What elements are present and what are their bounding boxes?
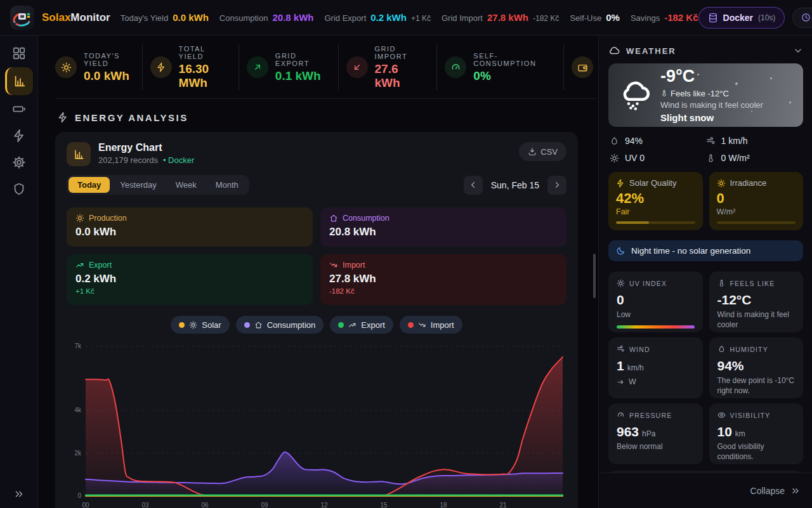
chevron-left-icon <box>468 180 478 190</box>
irradiance-card: Irradiance 0 W/m² <box>709 172 804 230</box>
chart-card-title: Energy Chart <box>98 142 194 153</box>
divider <box>55 98 596 99</box>
app-logo <box>10 6 34 30</box>
summary-card-total-yield: TOTAL YIELD16.30 MWh <box>150 45 235 90</box>
night-time-banner: Night time - no solar generation <box>608 240 803 261</box>
solar-quality-bar <box>616 221 695 224</box>
csv-export-button[interactable]: CSV <box>519 142 566 161</box>
trend-up-icon <box>75 261 84 270</box>
legend-solar[interactable]: Solar <box>171 316 229 334</box>
humidity-card: HUMIDITY 94% The dew point is -10°C righ… <box>709 337 804 398</box>
arrow-down-left-icon <box>346 56 368 78</box>
quick-uv: UV 0 <box>610 153 706 163</box>
eye-icon <box>717 411 726 419</box>
chevron-down-icon[interactable] <box>793 46 803 56</box>
energy-chart-card: Energy Chart 202,179 records • Docker CS… <box>55 132 578 508</box>
svg-text:4k: 4k <box>74 407 82 414</box>
pressure-card: PRESSURE 963hPa Below normal <box>608 403 703 464</box>
thermometer-icon <box>706 153 716 163</box>
droplet-icon <box>717 345 726 353</box>
tile-production: Production 0.0 kWh <box>67 207 313 247</box>
tab-yesterday[interactable]: Yesterday <box>111 177 165 193</box>
period-tabs: Today Yesterday Week Month <box>67 175 249 195</box>
arrow-up-right-icon <box>247 56 268 78</box>
collapse-panel-button[interactable]: Collapse <box>599 472 812 508</box>
sidebar-item-automation[interactable] <box>6 123 32 148</box>
home-icon <box>329 214 338 223</box>
svg-text:7k: 7k <box>74 342 82 349</box>
weather-condition: Slight snow <box>660 112 763 123</box>
chart-icon <box>67 142 91 166</box>
quick-irradiance: 0 W/m² <box>706 153 802 163</box>
vertical-scrollbar-thumb[interactable] <box>593 254 596 298</box>
summary-card-grid-import: GRID IMPORT27.6 kWh <box>346 45 433 90</box>
tab-week[interactable]: Week <box>167 177 206 193</box>
section-title-energy-analysis: ENERGY ANALYSIS <box>57 112 598 123</box>
svg-text:2k: 2k <box>74 450 82 457</box>
svg-text:00: 00 <box>82 502 89 508</box>
chevrons-right-icon <box>790 486 801 496</box>
thermometer-icon <box>717 279 726 287</box>
droplet-icon <box>610 136 619 146</box>
bolt-icon <box>150 56 172 78</box>
trend-up-icon <box>348 321 357 329</box>
svg-text:15: 15 <box>380 502 388 508</box>
next-day-button[interactable] <box>547 176 566 195</box>
tile-consumption: Consumption 20.8 kWh <box>320 207 566 247</box>
quick-wind: 1 km/h <box>706 136 802 146</box>
tab-month[interactable]: Month <box>207 177 247 193</box>
bolt-icon <box>616 179 625 188</box>
cloud-snow-icon <box>617 78 652 112</box>
wind-note: Wind is making it feel cooler <box>660 100 763 110</box>
home-icon <box>254 321 263 329</box>
export-dot <box>338 322 344 328</box>
uv-index-card: UV INDEX 0 Low <box>608 271 703 332</box>
divider <box>338 44 339 90</box>
sun-icon <box>610 153 619 163</box>
refresh-timer-badge[interactable]: 4 <box>792 8 812 28</box>
sun-icon <box>55 56 77 78</box>
svg-text:06: 06 <box>201 502 209 508</box>
gauge-icon <box>445 56 466 78</box>
weather-panel: WEATHER -9°C Feels like -12°C Wind is ma… <box>598 36 812 508</box>
sidebar-item-settings[interactable] <box>6 150 32 175</box>
sidebar-item-dashboard[interactable] <box>6 41 32 66</box>
irradiance-bar <box>717 221 796 224</box>
legend-consumption[interactable]: Consumption <box>236 316 324 334</box>
trend-down-icon <box>329 261 338 270</box>
left-sidebar <box>0 36 38 508</box>
sidebar-item-security[interactable] <box>6 176 32 202</box>
wind-icon <box>617 345 625 353</box>
sidebar-item-energy-analysis[interactable] <box>5 67 33 95</box>
gauge-icon <box>617 411 625 419</box>
app-title: SolaxMonitor <box>42 11 110 24</box>
energy-chart: 02k4k7k0003060912151821 <box>67 339 566 508</box>
prev-day-button[interactable] <box>464 176 483 195</box>
sidebar-item-battery[interactable] <box>6 96 32 122</box>
dashboard-icon <box>12 46 26 60</box>
cloud-icon <box>608 45 620 56</box>
metric-tiles: Production 0.0 kWh Consumption 20.8 kWh … <box>67 207 566 305</box>
chevrons-right-icon <box>13 488 25 500</box>
weather-hero-card: -9°C Feels like -12°C Wind is making it … <box>608 63 803 127</box>
main-content: TODAY'S YIELD0.0 kWh TOTAL YIELD16.30 MW… <box>38 36 598 508</box>
tile-export: Export 0.2 kWh +1 Kč <box>67 254 313 305</box>
tab-today[interactable]: Today <box>69 177 110 193</box>
database-icon <box>708 13 718 23</box>
visibility-card: VISIBILITY 10km Good visibility conditio… <box>709 403 804 464</box>
weather-quick-stats: 94% 1 km/h UV 0 0 W/m² <box>608 136 803 163</box>
records-count: 202,179 records <box>98 155 158 165</box>
bolt-icon <box>57 112 69 123</box>
sidebar-expand-button[interactable] <box>13 488 25 500</box>
solar-quality-card: Solar Quality 42% Fair <box>608 172 703 230</box>
legend-export[interactable]: Export <box>330 316 393 334</box>
moon-icon <box>616 246 625 256</box>
quick-humidity: 94% <box>610 136 706 146</box>
docker-button[interactable]: Docker (10s) <box>698 7 785 29</box>
legend-import[interactable]: Import <box>400 316 462 334</box>
thermometer-icon <box>660 89 668 97</box>
current-temperature: -9°C <box>660 68 763 85</box>
svg-text:12: 12 <box>320 502 328 508</box>
wallet-icon <box>572 56 593 78</box>
download-icon <box>528 147 537 156</box>
